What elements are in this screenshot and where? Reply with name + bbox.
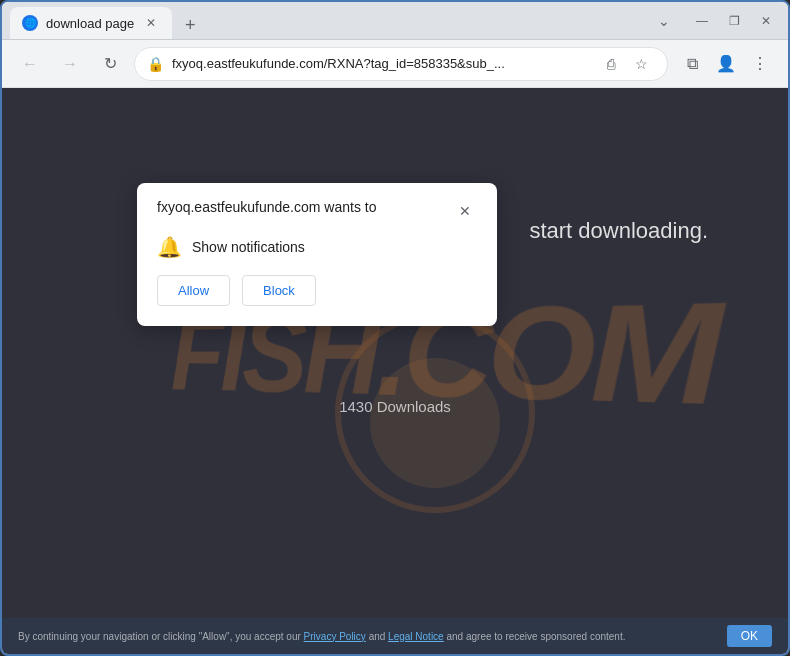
tab-title: download page bbox=[46, 16, 134, 31]
split-view-icon[interactable]: ⧉ bbox=[676, 48, 708, 80]
footer-suffix: and agree to receive sponsored content. bbox=[446, 631, 625, 642]
dialog-buttons: Allow Block bbox=[157, 275, 477, 306]
menu-icon[interactable]: ⋮ bbox=[744, 48, 776, 80]
forward-button[interactable]: → bbox=[54, 48, 86, 80]
active-tab[interactable]: 🌐 download page ✕ bbox=[10, 7, 172, 39]
page-download-text: start downloading. bbox=[529, 218, 708, 244]
bell-icon: 🔔 bbox=[157, 235, 182, 259]
footer-middle: and bbox=[369, 631, 386, 642]
dialog-close-button[interactable]: ✕ bbox=[453, 199, 477, 223]
navigation-bar: ← → ↻ 🔒 fxyoq.eastfeukufunde.com/RXNA?ta… bbox=[2, 40, 788, 88]
bookmark-icon[interactable]: ☆ bbox=[627, 50, 655, 78]
title-bar: 🌐 download page ✕ + ⌄ — ❐ ✕ bbox=[2, 2, 788, 40]
refresh-button[interactable]: ↻ bbox=[94, 48, 126, 80]
privacy-policy-link[interactable]: Privacy Policy bbox=[304, 631, 366, 642]
tab-favicon: 🌐 bbox=[22, 15, 38, 31]
downloads-count: 1430 Downloads bbox=[339, 398, 451, 415]
url-text: fxyoq.eastfeukufunde.com/RXNA?tag_id=858… bbox=[172, 56, 589, 71]
toolbar-icons: ⧉ 👤 ⋮ bbox=[676, 48, 776, 80]
footer-ok-button[interactable]: OK bbox=[727, 625, 772, 647]
page-content: FISH.COM start downloading. 1430 Downloa… bbox=[2, 88, 788, 618]
browser-window: 🌐 download page ✕ + ⌄ — ❐ ✕ ← → ↻ 🔒 fxyo… bbox=[0, 0, 790, 656]
maximize-button[interactable]: ❐ bbox=[720, 7, 748, 35]
profile-icon[interactable]: 👤 bbox=[710, 48, 742, 80]
notification-dialog: fxyoq.eastfeukufunde.com wants to ✕ 🔔 Sh… bbox=[137, 183, 497, 326]
tab-area: 🌐 download page ✕ + bbox=[10, 2, 652, 39]
share-icon[interactable]: ⎙ bbox=[597, 50, 625, 78]
permission-row: 🔔 Show notifications bbox=[157, 235, 477, 259]
watermark: FISH.COM bbox=[2, 88, 788, 618]
tab-dropdown-icon[interactable]: ⌄ bbox=[658, 13, 670, 29]
legal-notice-link[interactable]: Legal Notice bbox=[388, 631, 444, 642]
tab-close-button[interactable]: ✕ bbox=[142, 14, 160, 32]
new-tab-button[interactable]: + bbox=[176, 11, 204, 39]
footer-bar: By continuing your navigation or clickin… bbox=[2, 618, 788, 654]
allow-button[interactable]: Allow bbox=[157, 275, 230, 306]
address-actions: ⎙ ☆ bbox=[597, 50, 655, 78]
footer-text: By continuing your navigation or clickin… bbox=[18, 631, 723, 642]
footer-prefix: By continuing your navigation or clickin… bbox=[18, 631, 301, 642]
lock-icon: 🔒 bbox=[147, 56, 164, 72]
dialog-title: fxyoq.eastfeukufunde.com wants to bbox=[157, 199, 376, 215]
close-button[interactable]: ✕ bbox=[752, 7, 780, 35]
window-controls: — ❐ ✕ bbox=[688, 7, 780, 35]
back-button[interactable]: ← bbox=[14, 48, 46, 80]
dialog-header: fxyoq.eastfeukufunde.com wants to ✕ bbox=[157, 199, 477, 223]
block-button[interactable]: Block bbox=[242, 275, 316, 306]
minimize-button[interactable]: — bbox=[688, 7, 716, 35]
permission-label: Show notifications bbox=[192, 239, 305, 255]
address-bar[interactable]: 🔒 fxyoq.eastfeukufunde.com/RXNA?tag_id=8… bbox=[134, 47, 668, 81]
